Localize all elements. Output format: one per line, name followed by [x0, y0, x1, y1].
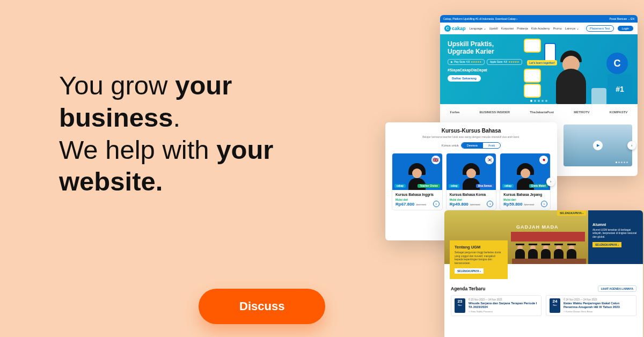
headline: You grow your business. We help with you…: [59, 70, 322, 198]
carousel-next-button[interactable]: ›: [627, 141, 636, 150]
video-thumbnail[interactable]: ▶ ›: [564, 124, 632, 166]
alumni-title: Alumni: [592, 222, 639, 227]
announcement-text: Cakap, Platform Upskilling #1 di Indones…: [443, 17, 517, 20]
about-card: Tentang UGM Sebagai perguruan tinggi ber…: [450, 240, 508, 279]
play-icon: ▶: [593, 141, 603, 150]
headline-part: You grow: [59, 71, 175, 100]
floating-thumb: [525, 85, 540, 97]
about-more-button[interactable]: SELENGKAPNYA ›: [455, 268, 484, 274]
video-dots[interactable]: [616, 162, 628, 163]
store-rating: 4.8: [504, 61, 507, 63]
store-label: Apple Store: [490, 61, 503, 63]
go-arrow-icon[interactable]: ›: [541, 201, 547, 207]
price: Rp67.800: [396, 202, 414, 207]
apple-store-button[interactable]: Apple Store 4.8★★★★★: [487, 59, 522, 65]
nav-item[interactable]: Promo: [553, 27, 562, 30]
course-card[interactable]: 🇰🇷 cakap Bisa Semua Kursus Bahasa Korea …: [446, 153, 497, 210]
segment-dewasa[interactable]: Dewasa: [462, 143, 483, 148]
go-arrow-icon[interactable]: ›: [433, 201, 440, 207]
course-card[interactable]: 🇯🇵 cakap Gratis Materi Kursus Bahasa Jep…: [500, 153, 551, 210]
decorative-bar: [591, 88, 606, 104]
login-button[interactable]: Login: [618, 26, 633, 31]
nav-item[interactable]: Kids Academy: [531, 27, 550, 30]
cakap-tag: cakap: [394, 184, 406, 188]
date-box: 24 Nov: [550, 298, 560, 313]
flag-icon: 🇰🇷: [485, 156, 494, 164]
press-logo: METROTV: [574, 111, 589, 114]
headline-part: We help with: [59, 135, 216, 164]
discuss-button[interactable]: Discuss: [199, 289, 325, 324]
course-title: Kursus Bahasa Inggris: [396, 193, 439, 196]
hero-person-illustration: [552, 50, 590, 104]
screenshot-ugm: SELENGKAPNYA › Tentang UGM Sebagai pergu…: [444, 210, 643, 337]
date-month: Nov: [550, 304, 560, 306]
floating-thumb: [525, 70, 540, 82]
more-tag-button[interactable]: SELENGKAPNYA ›: [557, 210, 586, 216]
agenda-author: © Kantor Dewan Guru Besar: [564, 310, 633, 313]
hero-title-line: Upskill Praktis,: [448, 40, 494, 48]
star-icon: ★★★★★: [471, 61, 481, 63]
section-title: Kursus-Kursus Bahasa: [392, 128, 551, 134]
alumni-more-button[interactable]: SELENGKAPNYA ›: [592, 242, 621, 247]
university-name: GADJAH MADA: [516, 224, 559, 230]
variant-tag: Teacher Choice: [418, 184, 440, 188]
date-month: Nov: [455, 304, 465, 306]
course-card[interactable]: 🇬🇧 cakap Teacher Choice Kursus Bahasa In…: [392, 153, 443, 210]
agenda-item[interactable]: 24 Nov © 24 Nov 2023 — 24 Nov 2023 Batas…: [546, 295, 636, 316]
agenda-range: © 24 Nov 2023 — 24 Nov 2023: [564, 298, 633, 301]
press-logo: BUSINESS INSIDER: [479, 111, 510, 114]
nav-item[interactable]: Upskill: [489, 27, 498, 30]
nav-item[interactable]: Lainnya ⌄: [565, 27, 579, 30]
cards-next-button[interactable]: ›: [546, 178, 555, 186]
agenda-author: © Gina Sabila Pramesti: [469, 310, 538, 313]
flag-icon: 🇬🇧: [431, 156, 440, 164]
announcement-right: Pusat Bantuan ⌄ EN: [609, 17, 634, 20]
price-suffix: /per sesi: [416, 203, 426, 206]
flag-icon: 🇯🇵: [539, 156, 548, 164]
agenda-item[interactable]: 23 Nov © 23 Nov 2023 — 24 Nov 2023 Wisud…: [451, 295, 541, 316]
alumni-card: Alumni Alumni UGM tersebar di berbagai w…: [588, 210, 643, 264]
press-logo: Forbes: [450, 111, 460, 114]
announcement-bar: Cakap, Platform Upskilling #1 di Indones…: [440, 15, 638, 23]
agenda-title: Batas Waktu Penjaringan Bakal Calon Pene…: [564, 302, 633, 309]
agenda-heading: Agenda Terbaru: [451, 286, 486, 291]
section-subtitle: Belajar bersama teacher lokal atau asing…: [392, 135, 551, 138]
star-icon: ★★★★★: [508, 61, 519, 63]
main-nav: C cakap Language ⌄ Upskill Korporasi Pra…: [440, 23, 638, 34]
variant-tag: Gratis Materi: [529, 184, 548, 188]
date-day: 23: [455, 299, 465, 304]
price-suffix: /per sesi: [524, 203, 534, 206]
play-store-button[interactable]: ▶ Play Store 4.8★★★★★: [448, 59, 485, 65]
press-logo: TheJakartaPost: [530, 111, 554, 114]
alumni-body: Alumni UGM tersebar di berbagai wilayah,…: [592, 229, 639, 239]
brand-logo[interactable]: C cakap: [444, 25, 466, 32]
graduation-photo: GADJAH MADA: [511, 222, 585, 264]
price-label: Mulai dari: [503, 198, 547, 201]
press-logos-row: Forbes BUSINESS INSIDER TheJakartaPost M…: [440, 104, 638, 120]
placement-test-button[interactable]: Placement Test: [586, 25, 614, 32]
price-label: Mulai dari: [396, 198, 439, 201]
course-cards: 🇬🇧 cakap Teacher Choice Kursus Bahasa In…: [392, 153, 551, 210]
hero-banner: Upskill Praktis, Upgrade Karier ▶ Play S…: [440, 34, 638, 104]
carousel-dots[interactable]: [530, 100, 547, 102]
cakap-tag: cakap: [502, 184, 514, 188]
see-all-agenda-button[interactable]: LIHAT AGENDA LAINNYA: [598, 285, 636, 292]
date-box: 23 Nov: [455, 298, 465, 313]
course-title: Kursus Bahasa Korea: [450, 193, 493, 196]
floating-thumb: [525, 40, 540, 52]
nav-item[interactable]: Prakerja: [517, 27, 528, 30]
screenshots-stage: Cakap, Platform Upskilling #1 di Indones…: [370, 5, 644, 337]
nav-item[interactable]: Language ⌄: [470, 27, 486, 30]
course-title: Kursus Bahasa Jepang: [503, 193, 547, 196]
signup-button[interactable]: Daftar Sekarang: [448, 75, 481, 82]
agenda-title: Wisuda Sarjana dan Sarjana Terapan Perio…: [469, 302, 538, 309]
cakap-tag: cakap: [449, 184, 460, 188]
segment-anak[interactable]: Anak: [483, 143, 501, 148]
press-logo: KOMPASTV: [610, 111, 628, 114]
rank-bar: #1: [608, 74, 632, 104]
toggle-label: Kursus untuk: [442, 144, 459, 147]
nav-item[interactable]: Korporasi: [501, 27, 514, 30]
about-title: Tentang UGM: [455, 245, 503, 250]
about-body: Sebagai perguruan tinggi berkelas dunia …: [455, 251, 503, 265]
audience-toggle[interactable]: Dewasa Anak: [461, 142, 501, 149]
